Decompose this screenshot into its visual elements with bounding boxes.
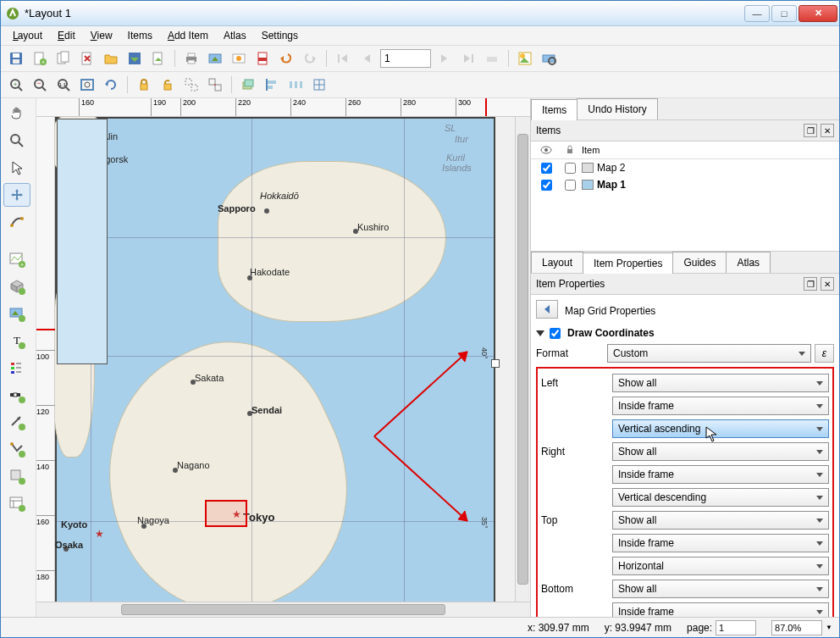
zoom-in-icon[interactable]: + (6, 75, 26, 95)
menu-atlas[interactable]: Atlas (217, 28, 253, 43)
select-tool-icon[interactable] (3, 156, 30, 180)
undo-icon[interactable] (276, 48, 296, 69)
nav-next-icon[interactable] (434, 48, 455, 69)
canvas-viewport[interactable]: -Alin negorsk Hokkaidō Sapporo Kushiro H… (55, 117, 515, 602)
redo-icon[interactable] (300, 48, 320, 69)
nav-prev-icon[interactable] (356, 48, 377, 69)
zoom-tool-icon[interactable] (3, 129, 30, 153)
menu-items[interactable]: Items (121, 28, 159, 43)
new-layout-icon[interactable]: + (30, 48, 50, 69)
menu-view[interactable]: View (84, 28, 119, 43)
right-display-combo[interactable]: Show all (612, 442, 829, 461)
top-direction-combo[interactable]: Horizontal (612, 557, 829, 575)
add-arrow-icon[interactable] (3, 410, 30, 434)
expression-button[interactable]: ε (815, 344, 834, 363)
print-icon[interactable] (181, 48, 202, 69)
menu-edit[interactable]: Edit (51, 28, 82, 43)
bottom-display-combo[interactable]: Show all (612, 580, 829, 598)
nav-last-icon[interactable] (458, 48, 478, 69)
export-image-icon[interactable] (205, 48, 225, 69)
tab-item-properties[interactable]: Item Properties (583, 252, 673, 274)
pan-tool-icon[interactable] (3, 102, 30, 125)
detach-panel-icon[interactable]: ❐ (804, 277, 817, 291)
ruler-horizontal: 160 190 200 220 240 260 280 300 (36, 98, 530, 117)
group-icon[interactable] (181, 75, 202, 95)
save-icon[interactable] (6, 48, 26, 69)
atlas-preview-icon[interactable] (539, 48, 559, 69)
top-position-combo[interactable]: Inside frame (612, 534, 829, 552)
add-html-icon[interactable] (3, 491, 30, 515)
minimize-button[interactable]: — (744, 5, 770, 22)
close-panel-icon[interactable]: ✕ (821, 277, 834, 291)
add-legend-icon[interactable] (3, 356, 30, 380)
tab-items[interactable]: Items (531, 99, 578, 120)
detach-panel-icon[interactable]: ❐ (804, 124, 817, 137)
edit-nodes-tool-icon[interactable] (3, 210, 30, 234)
item-lock-checkbox[interactable] (565, 180, 576, 191)
top-display-combo[interactable]: Show all (612, 511, 829, 530)
map-item[interactable]: -Alin negorsk Hokkaidō Sapporo Kushiro H… (55, 117, 495, 602)
atlas-settings-icon[interactable] (515, 48, 535, 69)
bottom-position-combo[interactable]: Inside frame (612, 602, 829, 617)
menu-add-item[interactable]: Add Item (161, 28, 215, 43)
add-node-item-icon[interactable] (3, 437, 30, 461)
delete-layout-icon[interactable] (77, 48, 97, 69)
nav-first-icon[interactable] (333, 48, 353, 69)
export-pdf-icon[interactable] (252, 48, 273, 69)
right-position-combo[interactable]: Inside frame (612, 465, 829, 484)
open-folder-icon[interactable] (101, 48, 121, 69)
left-direction-combo[interactable]: Vertical ascending (612, 419, 829, 438)
resize-icon[interactable] (309, 75, 329, 95)
canvas-hscroll[interactable] (36, 602, 530, 617)
add-picture-icon[interactable] (3, 302, 30, 325)
close-button[interactable]: ✕ (799, 5, 837, 22)
format-combo[interactable]: Custom (607, 344, 811, 363)
save-template-icon[interactable] (124, 48, 145, 69)
maximize-button[interactable]: □ (771, 5, 797, 22)
tab-guides[interactable]: Guides (672, 252, 727, 273)
canvas-vscroll[interactable] (515, 117, 530, 602)
draw-coords-checkbox[interactable] (550, 328, 561, 339)
add-from-template-icon[interactable] (148, 48, 169, 69)
tab-atlas[interactable]: Atlas (726, 252, 771, 273)
add-shape-icon[interactable] (3, 464, 30, 488)
lock-icon[interactable] (134, 75, 154, 95)
export-svg-icon[interactable] (229, 48, 249, 69)
left-display-combo[interactable]: Show all (612, 374, 829, 392)
atlas-print-icon[interactable] (482, 48, 502, 69)
align-left-icon[interactable] (262, 75, 282, 95)
zoom-out-icon[interactable]: − (30, 75, 50, 95)
map-inset-item[interactable] (57, 119, 108, 364)
right-direction-combo[interactable]: Vertical descending (612, 488, 829, 507)
unlock-icon[interactable] (158, 75, 178, 95)
item-visible-checkbox[interactable] (541, 180, 552, 191)
raise-icon[interactable] (238, 75, 258, 95)
add-map-icon[interactable]: + (3, 247, 30, 271)
item-visible-checkbox[interactable] (541, 163, 552, 174)
dup-layout-icon[interactable] (53, 48, 74, 69)
menu-settings[interactable]: Settings (255, 28, 305, 43)
add-label-icon[interactable]: T (3, 329, 30, 352)
add-3dmap-icon[interactable] (3, 275, 30, 298)
distribute-h-icon[interactable] (285, 75, 306, 95)
tab-layout[interactable]: Layout (531, 252, 583, 273)
menu-layout[interactable]: Layout (6, 28, 49, 43)
zoom-full-icon[interactable] (77, 75, 97, 95)
item-lock-checkbox[interactable] (565, 163, 576, 174)
tab-undo-history[interactable]: Undo History (577, 98, 657, 119)
page-input[interactable] (716, 620, 756, 635)
move-content-tool-icon[interactable] (3, 183, 30, 207)
zoom-input[interactable] (771, 620, 822, 635)
zoom-100-icon[interactable]: 1:1 (53, 75, 74, 95)
back-button[interactable] (536, 300, 558, 319)
ungroup-icon[interactable] (205, 75, 225, 95)
add-scalebar-icon[interactable] (3, 383, 30, 407)
refresh-icon[interactable] (101, 75, 121, 95)
page-number-spin[interactable]: 1 (380, 49, 431, 68)
close-panel-icon[interactable]: ✕ (821, 124, 834, 137)
status-zoom[interactable]: ▼ (771, 620, 832, 635)
list-item[interactable]: Map 1 (531, 176, 839, 193)
list-item[interactable]: Map 2 (531, 159, 839, 176)
left-position-combo[interactable]: Inside frame (612, 397, 829, 415)
draw-coordinates-section[interactable]: Draw Coordinates (536, 327, 834, 339)
